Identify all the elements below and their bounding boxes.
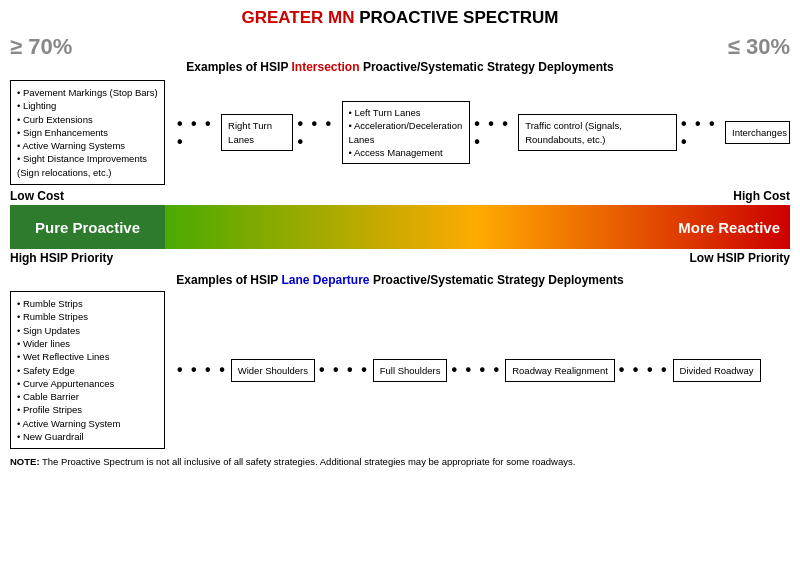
lane-departure-section-label: Examples of HSIP Lane Departure Proactiv… [10, 273, 790, 287]
list-item: Safety Edge [17, 364, 158, 377]
dots-3: • • • • [474, 115, 514, 151]
list-item: Curve Appurtenances [17, 377, 158, 390]
int-label-after: Proactive/Systematic Strategy Deployment… [363, 60, 614, 74]
spectrum-right-label: More Reactive [678, 219, 780, 236]
list-item: Curb Extensions [17, 113, 158, 126]
list-item: Cable Barrier [17, 390, 158, 403]
int-box-1-text: Right Turn Lanes [228, 120, 272, 144]
list-item: Sign Updates [17, 324, 158, 337]
bar-gradient: More Reactive [165, 205, 790, 249]
ld-box-4: Divided Roadway [673, 359, 761, 382]
cost-right: High Cost [733, 189, 790, 203]
list-item: Pavement Markings (Stop Bars) [17, 86, 158, 99]
page-title: GREATER MN PROACTIVE SPECTRUM [10, 8, 790, 28]
ld-dots-1: • • • • [177, 361, 227, 379]
int-box-1: Right Turn Lanes [221, 114, 293, 151]
ld-box-4-text: Divided Roadway [680, 365, 754, 376]
title-black: PROACTIVE SPECTRUM [359, 8, 558, 27]
ld-box-3: Roadway Realignment [505, 359, 615, 382]
ld-label-highlight: Lane Departure [282, 273, 370, 287]
bar-left: Pure Proactive [10, 205, 165, 249]
ld-box-1-text: Wider Shoulders [238, 365, 308, 376]
ld-dots-3: • • • • [451, 361, 501, 379]
list-item: Access Management [349, 146, 464, 159]
int-label-highlight: Intersection [292, 60, 360, 74]
int-label-before: Examples of HSIP [186, 60, 288, 74]
pct-left: ≥ 70% [10, 34, 72, 60]
spectrum-left-label: Pure Proactive [35, 219, 140, 236]
note-text: NOTE: The Proactive Spectrum is not all … [10, 455, 790, 468]
list-item: Wider lines [17, 337, 158, 350]
intersection-items-list: Pavement Markings (Stop Bars) Lighting C… [17, 86, 158, 179]
cost-left: Low Cost [10, 189, 64, 203]
ld-box-2: Full Shoulders [373, 359, 448, 382]
pct-right: ≤ 30% [728, 34, 790, 60]
ld-items-list: Rumble Strips Rumble Stripes Sign Update… [17, 297, 158, 443]
spectrum-bar: Pure Proactive More Reactive [10, 205, 790, 249]
ld-label-before: Examples of HSIP [176, 273, 278, 287]
intersection-content-row: Pavement Markings (Stop Bars) Lighting C… [10, 80, 790, 185]
int-box-4: Interchanges [725, 121, 790, 144]
int-box-3: Traffic control (Signals, Roundabouts, e… [518, 114, 677, 151]
list-item: Profile Stripes [17, 403, 158, 416]
list-item: Wet Reflective Lines [17, 350, 158, 363]
ld-label-after: Proactive/Systematic Strategy Deployment… [373, 273, 624, 287]
lane-departure-left-box: Rumble Strips Rumble Stripes Sign Update… [10, 291, 165, 449]
ld-box-2-text: Full Shoulders [380, 365, 441, 376]
list-item: Left Turn Lanes [349, 106, 464, 119]
note-content: The Proactive Spectrum is not all inclus… [40, 456, 576, 467]
dots-4: • • • • [681, 115, 721, 151]
list-item: Rumble Strips [17, 297, 158, 310]
list-item: New Guardrail [17, 430, 158, 443]
title-red: GREATER MN [241, 8, 354, 27]
ld-dots-4: • • • • [619, 361, 669, 379]
percentage-row: ≥ 70% ≤ 30% [10, 34, 790, 60]
list-item: Active Warning Systems [17, 139, 158, 152]
list-item: Sign Enhancements [17, 126, 158, 139]
cost-row: Low Cost High Cost [10, 189, 790, 203]
ld-box-1: Wider Shoulders [231, 359, 315, 382]
lane-departure-content-row: Rumble Strips Rumble Stripes Sign Update… [10, 291, 790, 449]
priority-right: Low HSIP Priority [690, 251, 790, 265]
note-bold: NOTE: [10, 456, 40, 467]
priority-left: High HSIP Priority [10, 251, 113, 265]
intersection-left-box: Pavement Markings (Stop Bars) Lighting C… [10, 80, 165, 185]
list-item: Rumble Stripes [17, 310, 158, 323]
priority-row: High HSIP Priority Low HSIP Priority [10, 251, 790, 265]
int-box-3-text: Traffic control (Signals, Roundabouts, e… [525, 120, 622, 144]
list-item: Acceleration/Deceleration Lanes [349, 119, 464, 146]
int-box-2-list: Left Turn Lanes Acceleration/Deceleratio… [349, 106, 464, 159]
dots-2: • • • • [297, 115, 337, 151]
page: GREATER MN PROACTIVE SPECTRUM ≥ 70% ≤ 30… [0, 0, 800, 586]
dots-1: • • • • [177, 115, 217, 151]
ld-dots-2: • • • • [319, 361, 369, 379]
int-box-4-text: Interchanges [732, 127, 787, 138]
list-item: Lighting [17, 99, 158, 112]
int-box-2: Left Turn Lanes Acceleration/Deceleratio… [342, 101, 471, 164]
list-item: Sight Distance Improvements (Sign reloca… [17, 152, 158, 179]
list-item: Active Warning System [17, 417, 158, 430]
intersection-section-label: Examples of HSIP Intersection Proactive/… [10, 60, 790, 74]
ld-box-3-text: Roadway Realignment [512, 365, 608, 376]
